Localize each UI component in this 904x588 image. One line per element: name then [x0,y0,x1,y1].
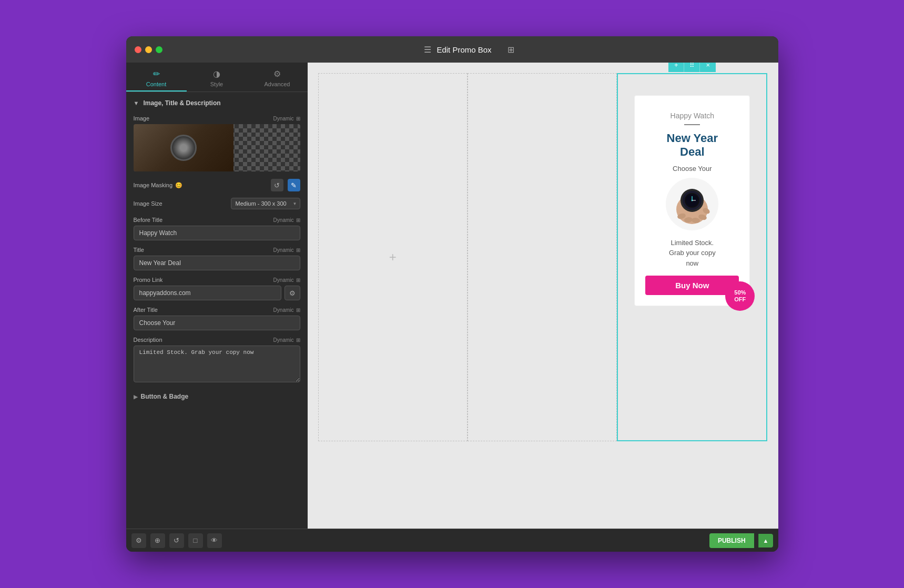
content-tab-icon: ✏ [153,69,160,79]
image-label: Image [134,115,150,121]
watch-thumbnail [170,135,197,161]
masking-info-icon: 😊 [175,182,182,189]
before-title-input[interactable] [134,226,300,240]
before-title-label: Before Title [134,217,163,223]
description-dynamic: Dynamic ⊞ [273,337,300,343]
after-title-dynamic: Dynamic ⊞ [273,307,300,313]
description-label-row: Description Dynamic ⊞ [134,337,300,343]
minimize-button[interactable] [145,46,152,53]
masking-row: Image Masking 😊 ↺ ✎ [126,175,308,196]
after-title-input[interactable] [134,316,300,330]
image-size-row: Image Size Medium - 300 x 300 [126,196,308,214]
promo-buy-button[interactable]: Buy Now [645,276,739,295]
menu-icon[interactable]: ☰ [424,45,431,55]
image-overlay [134,124,233,171]
description-label: Description [134,337,162,343]
advanced-tab-icon: ⚙ [273,69,281,79]
tab-style[interactable]: ◑ Style [187,63,247,92]
responsive-icon[interactable]: □ [188,533,203,548]
promo-image [666,178,718,230]
promo-link-input-wrap: ⚙ [134,286,300,300]
promo-before-title: Happy Watch [645,111,739,120]
promo-link-dynamic: Dynamic ⊞ [273,277,300,283]
masking-reset-button[interactable]: ↺ [271,179,283,191]
description-textarea[interactable]: Limited Stock. Grab your copy now [134,346,300,382]
widget-add-button[interactable]: + [668,63,684,72]
image-size-select[interactable]: Medium - 300 x 300 [231,198,300,209]
publish-button[interactable]: PUBLISH [709,533,754,548]
title-dynamic: Dynamic ⊞ [273,247,300,253]
promo-widget-column: + ⠿ × Happy Watch New Year Deal Choose Y… [617,73,767,441]
publish-dropdown-button[interactable]: ▲ [758,534,773,548]
history-icon[interactable]: ↺ [169,533,184,548]
subsection-label: Button & Badge [141,393,189,400]
grid-icon[interactable]: ⊞ [507,45,514,55]
image-size-label: Image Size [134,200,162,207]
masking-actions: ↺ ✎ [271,179,300,191]
promo-link-settings-button[interactable]: ⚙ [285,286,300,300]
promo-title: New Year Deal [645,131,739,159]
style-tab-icon: ◑ [213,69,220,79]
add-column-icon[interactable]: + [389,250,397,265]
widget-toolbar: + ⠿ × [668,63,716,72]
promo-card: Happy Watch New Year Deal Choose Your [634,95,750,306]
after-title-group: After Title Dynamic ⊞ [126,303,308,333]
image-dynamic-badge: Dynamic ⊞ [273,116,300,121]
app-window: ☰ Edit Promo Box ⊞ ✏ Content ◑ Style ⚙ A… [126,36,778,552]
titlebar: ☰ Edit Promo Box ⊞ [126,36,778,63]
traffic-lights [135,46,162,53]
sidebar: ✏ Content ◑ Style ⚙ Advanced ▼ Image, Ti… [126,63,308,529]
bottom-bar: ⚙ ⊕ ↺ □ 👁 PUBLISH ▲ [126,529,778,552]
tab-content[interactable]: ✏ Content [126,63,187,92]
image-label-row: Image Dynamic ⊞ [134,115,300,121]
tab-advanced[interactable]: ⚙ Advanced [247,63,308,92]
promo-after-title: Choose Your [645,165,739,173]
image-field-group: Image Dynamic ⊞ [126,112,308,175]
maximize-button[interactable] [156,46,162,53]
main-area: ✏ Content ◑ Style ⚙ Advanced ▼ Image, Ti… [126,63,778,529]
masking-label: Image Masking 😊 [134,182,183,189]
tab-advanced-label: Advanced [265,81,290,87]
settings-icon[interactable]: ⚙ [131,533,146,548]
button-badge-subsection[interactable]: ▶ Button & Badge [126,388,308,402]
after-title-label: After Title [134,307,158,313]
titlebar-title: Edit Promo Box [436,45,491,54]
promo-discount-badge: 50% OFF [725,281,755,311]
dynamic-icon: ⊞ [296,116,300,121]
widget-move-button[interactable]: ⠿ [684,63,700,72]
dynamic-text: Dynamic [273,116,294,121]
canvas-col-left: + [318,73,468,441]
layers-icon[interactable]: ⊕ [150,533,165,548]
image-size-select-wrap: Medium - 300 x 300 [231,198,300,209]
before-title-dynamic: Dynamic ⊞ [273,217,300,223]
before-title-group: Before Title Dynamic ⊞ [126,214,308,244]
promo-link-input[interactable] [134,286,281,300]
canvas-col-middle [468,73,617,441]
titlebar-center: ☰ Edit Promo Box ⊞ [169,45,770,55]
widget-close-button[interactable]: × [700,63,716,72]
tab-content-label: Content [146,81,167,87]
close-button[interactable] [135,46,141,53]
masking-edit-button[interactable]: ✎ [288,179,300,191]
preview-icon[interactable]: 👁 [207,533,222,548]
subsection-arrow-icon: ▶ [134,394,138,400]
promo-link-group: Promo Link Dynamic ⊞ ⚙ [126,273,308,303]
title-input[interactable] [134,256,300,270]
image-preview[interactable] [134,124,300,171]
promo-divider [684,124,700,125]
section-title: Image, Title & Description [143,99,220,107]
tab-style-label: Style [210,81,223,87]
tabs-row: ✏ Content ◑ Style ⚙ Advanced [126,63,308,92]
canvas-columns: + + ⠿ × Happy Watch [318,73,768,441]
watch-svg [668,180,716,228]
section-header[interactable]: ▼ Image, Title & Description [126,92,308,112]
canvas: + + ⠿ × Happy Watch [308,63,778,529]
promo-link-label: Promo Link [134,277,163,283]
promo-link-label-row: Promo Link Dynamic ⊞ [134,277,300,283]
before-title-label-row: Before Title Dynamic ⊞ [134,217,300,223]
section-toggle-icon: ▼ [134,100,139,106]
title-group: Title Dynamic ⊞ [126,244,308,273]
after-title-label-row: After Title Dynamic ⊞ [134,307,300,313]
title-label: Title [134,247,144,253]
title-label-row: Title Dynamic ⊞ [134,247,300,253]
